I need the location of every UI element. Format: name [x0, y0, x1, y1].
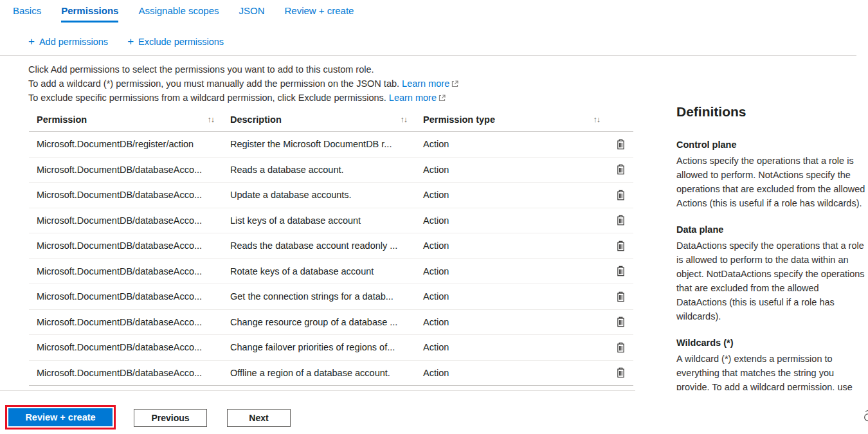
exclude-permissions-label: Exclude permissions: [138, 37, 224, 47]
delete-permission-button[interactable]: [615, 239, 627, 253]
trash-icon: [616, 367, 626, 378]
add-permissions-button[interactable]: + Add permissions: [28, 37, 108, 47]
delete-permission-button[interactable]: [615, 341, 627, 354]
delete-permission-button[interactable]: [615, 290, 627, 303]
trash-icon: [616, 316, 626, 327]
trash-icon: [616, 215, 626, 226]
actions-cell: [608, 163, 633, 176]
permission-type-cell: Action: [415, 266, 608, 276]
delete-permission-button[interactable]: [615, 264, 627, 278]
permission-type-cell: Action: [415, 165, 608, 175]
delete-permission-button[interactable]: [615, 188, 627, 202]
table-row: Microsoft.DocumentDB/databaseAcco... Cha…: [29, 335, 633, 361]
definition-text-line: is allowed to perform to the data within…: [676, 253, 868, 267]
clipped-corner-icon[interactable]: [860, 408, 868, 425]
sort-icon: ↑↓: [593, 115, 601, 124]
description-cell: List keys of a database account: [222, 215, 415, 226]
column-header-permission[interactable]: Permission ↑↓: [29, 114, 222, 125]
review-create-highlight-box: Review + create: [5, 405, 116, 429]
table-row: Microsoft.DocumentDB/databaseAcco... Off…: [29, 361, 633, 386]
table-header-row: Permission ↑↓ Description ↑↓ Permission …: [29, 107, 633, 132]
permission-cell: Microsoft.DocumentDB/databaseAcco...: [29, 342, 222, 352]
table-row: Microsoft.DocumentDB/databaseAcco... Rea…: [29, 158, 633, 183]
delete-permission-button[interactable]: [615, 138, 627, 151]
permission-type-cell: Action: [415, 139, 608, 149]
exclude-permissions-button[interactable]: + Exclude permissions: [127, 37, 224, 47]
definition-text-line: that are excluded from the allowed: [676, 281, 868, 295]
definition-text-line: Actions (this is useful if a role has wi…: [676, 196, 868, 210]
trash-icon: [616, 291, 626, 302]
table-row: Microsoft.DocumentDB/databaseAcco... Rea…: [29, 233, 633, 259]
trash-icon: [616, 266, 626, 276]
permission-header-label: Permission: [37, 114, 87, 125]
column-header-description[interactable]: Description ↑↓: [222, 114, 415, 125]
data-plane-heading: Data plane: [676, 224, 868, 236]
trash-icon: [616, 164, 626, 175]
delete-permission-button[interactable]: [615, 163, 627, 176]
definition-text-line: DataActions specify the operations that …: [676, 239, 868, 253]
plus-icon: +: [127, 37, 134, 46]
trash-icon: [616, 342, 626, 353]
learn-more-link-exclude[interactable]: Learn more: [389, 93, 437, 103]
actions-cell: [608, 188, 633, 202]
table-row: Microsoft.DocumentDB/databaseAcco... Lis…: [29, 208, 633, 234]
permission-type-header-label: Permission type: [423, 114, 495, 125]
trash-icon: [616, 240, 626, 251]
tab-json[interactable]: JSON: [239, 5, 264, 23]
column-header-permission-type[interactable]: Permission type ↑↓: [415, 114, 608, 125]
delete-permission-button[interactable]: [615, 213, 627, 227]
tab-assignable-scopes[interactable]: Assignable scopes: [138, 5, 219, 23]
previous-button[interactable]: Previous: [134, 409, 207, 427]
actions-cell: [608, 264, 633, 278]
permission-type-cell: Action: [415, 342, 608, 352]
footer-divider: [0, 390, 635, 391]
permission-cell: Microsoft.DocumentDB/register/action: [29, 139, 222, 149]
sort-icon: ↑↓: [208, 115, 215, 124]
description-cell: Reads the database account readonly ...: [222, 240, 415, 251]
definition-text-line: everything that matches the string you: [676, 366, 868, 380]
delete-permission-button[interactable]: [615, 315, 627, 329]
plus-icon: +: [28, 37, 35, 46]
definition-section-data-plane: Data plane DataActions specify the opera…: [676, 224, 868, 323]
next-button[interactable]: Next: [227, 409, 291, 427]
description-cell: Change failover priorities of regions of…: [222, 342, 415, 352]
definition-text-line: DataActions (this is useful if a role ha…: [676, 295, 868, 309]
definition-text-line: Actions specify the operations that a ro…: [676, 154, 868, 168]
wildcards-heading: Wildcards (*): [676, 337, 868, 349]
permission-type-cell: Action: [415, 240, 608, 251]
description-cell: Offline a region of a database account.: [222, 368, 415, 378]
definition-text-line: operations that are excluded from the al…: [676, 182, 868, 196]
wizard-tabs: Basics Permissions Assignable scopes JSO…: [13, 5, 354, 23]
permission-cell: Microsoft.DocumentDB/databaseAcco...: [29, 368, 222, 378]
wizard-footer: Review + create Previous Next: [0, 390, 868, 434]
external-link-icon: [451, 80, 458, 87]
definition-text-line: allowed to perform. NotActions specify t…: [676, 168, 868, 182]
definition-section-control-plane: Control plane Actions specify the operat…: [676, 139, 868, 210]
actions-cell: [608, 213, 633, 227]
table-row: Microsoft.DocumentDB/databaseAcco... Rot…: [29, 259, 633, 285]
actions-cell: [608, 138, 633, 151]
actions-cell: [608, 290, 633, 303]
learn-more-link-wildcard[interactable]: Learn more: [402, 78, 449, 89]
tab-permissions[interactable]: Permissions: [61, 5, 118, 23]
trash-icon: [616, 139, 626, 150]
add-permissions-label: Add permissions: [39, 37, 108, 47]
table-row: Microsoft.DocumentDB/databaseAcco... Get…: [29, 284, 633, 310]
description-cell: Reads a database account.: [222, 165, 415, 175]
permissions-toolbar: + Add permissions + Exclude permissions: [28, 37, 224, 47]
permission-cell: Microsoft.DocumentDB/databaseAcco...: [29, 215, 222, 226]
definition-text-line: object. NotDataActions specify the opera…: [676, 267, 868, 281]
table-row: Microsoft.DocumentDB/databaseAcco... Cha…: [29, 310, 633, 336]
info-line-2: To add a wildcard (*) permission, you mu…: [28, 77, 458, 91]
delete-permission-button[interactable]: [615, 366, 627, 379]
table-body: Microsoft.DocumentDB/register/action Reg…: [29, 132, 633, 386]
table-row: Microsoft.DocumentDB/register/action Reg…: [29, 132, 633, 158]
tab-review-create[interactable]: Review + create: [285, 5, 354, 23]
definitions-panel: Definitions Control plane Actions specif…: [676, 104, 868, 422]
description-header-label: Description: [230, 114, 282, 125]
table-row: Microsoft.DocumentDB/databaseAcco... Upd…: [29, 183, 633, 208]
permission-cell: Microsoft.DocumentDB/databaseAcco...: [29, 291, 222, 302]
review-create-button[interactable]: Review + create: [8, 408, 113, 426]
tab-basics[interactable]: Basics: [13, 5, 41, 23]
actions-cell: [608, 341, 633, 354]
